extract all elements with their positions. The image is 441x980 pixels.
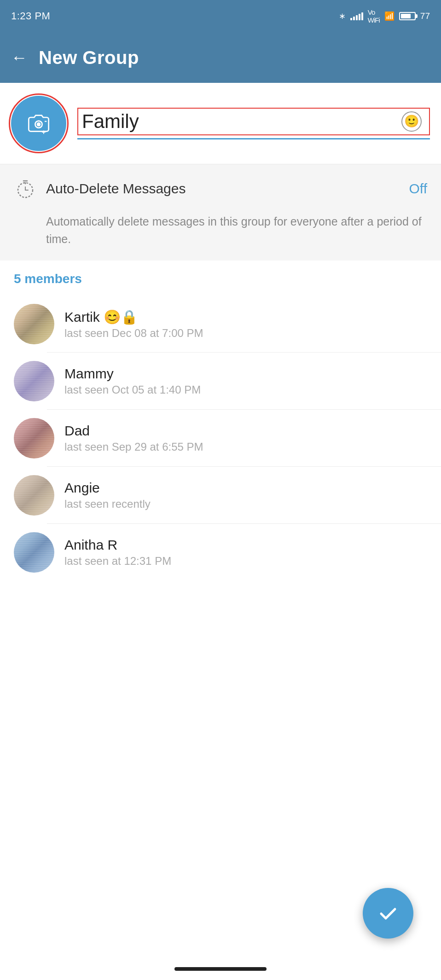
member-avatar-anitha xyxy=(14,532,54,573)
auto-delete-label: Auto-Delete Messages xyxy=(46,181,400,197)
status-icons: ∗ VoWiFi 📶 77 xyxy=(339,8,430,24)
group-avatar[interactable]: + xyxy=(11,96,66,151)
list-item[interactable]: Dad last seen Sep 29 at 6:55 PM xyxy=(0,410,441,467)
member-name: Anitha R xyxy=(64,537,427,553)
vo-wifi-icon: VoWiFi xyxy=(368,8,380,24)
member-info: Anitha R last seen at 12:31 PM xyxy=(64,537,427,568)
back-button[interactable]: ← xyxy=(11,49,28,66)
bottom-nav-bar xyxy=(174,967,267,971)
name-underline xyxy=(77,138,430,139)
svg-point-1 xyxy=(37,122,41,127)
list-item[interactable]: Kartik 😊🔒 last seen Dec 08 at 7:00 PM xyxy=(0,296,441,353)
group-setup-row: + 🙂 xyxy=(0,83,441,164)
member-info: Dad last seen Sep 29 at 6:55 PM xyxy=(64,423,427,453)
auto-delete-row[interactable]: Auto-Delete Messages Off xyxy=(0,164,441,213)
member-status: last seen at 12:31 PM xyxy=(64,555,427,568)
emoji-icon: 🙂 xyxy=(404,114,419,128)
member-name: Angie xyxy=(64,480,427,496)
status-time: 1:23 PM xyxy=(11,10,50,22)
status-bar: 1:23 PM ∗ VoWiFi 📶 77 xyxy=(0,0,441,32)
group-name-area: 🙂 xyxy=(77,108,430,135)
list-item[interactable]: Anitha R last seen at 12:31 PM xyxy=(0,524,441,581)
signal-icon xyxy=(350,12,363,20)
member-status: last seen recently xyxy=(64,498,427,510)
battery-icon xyxy=(399,12,416,20)
checkmark-icon xyxy=(377,902,400,925)
member-name: Mammy xyxy=(64,366,427,382)
group-name-section: 🙂 xyxy=(77,108,430,139)
camera-icon: + xyxy=(27,111,51,135)
list-item[interactable]: Mammy last seen Oct 05 at 1:40 PM xyxy=(0,353,441,410)
bluetooth-icon: ∗ xyxy=(339,11,346,21)
group-avatar-wrapper[interactable]: + xyxy=(11,96,66,151)
member-avatar-angie xyxy=(14,475,54,516)
toolbar: ← New Group xyxy=(0,32,441,83)
confirm-fab[interactable] xyxy=(363,888,413,939)
member-name: Dad xyxy=(64,423,427,439)
auto-delete-section: Auto-Delete Messages Off Automatically d… xyxy=(0,164,441,261)
auto-delete-description: Automatically delete messages in this gr… xyxy=(0,213,441,261)
members-count: 5 members xyxy=(0,272,441,296)
timer-icon xyxy=(14,177,37,200)
emoji-button[interactable]: 🙂 xyxy=(401,111,422,132)
battery-percent: 77 xyxy=(420,11,430,21)
member-info: Kartik 😊🔒 last seen Dec 08 at 7:00 PM xyxy=(64,309,427,340)
member-status: last seen Sep 29 at 6:55 PM xyxy=(64,441,427,453)
member-avatar-kartik xyxy=(14,304,54,344)
member-status: last seen Oct 05 at 1:40 PM xyxy=(64,383,427,396)
group-name-input[interactable] xyxy=(82,110,401,133)
member-name: Kartik 😊🔒 xyxy=(64,309,427,325)
page-title: New Group xyxy=(39,47,139,68)
svg-text:+: + xyxy=(42,128,46,135)
member-info: Mammy last seen Oct 05 at 1:40 PM xyxy=(64,366,427,396)
member-avatar-dad xyxy=(14,418,54,458)
wifi-icon: 📶 xyxy=(384,11,395,21)
member-avatar-mammy xyxy=(14,361,54,401)
list-item[interactable]: Angie last seen recently xyxy=(0,467,441,524)
members-section: 5 members Kartik 😊🔒 last seen Dec 08 at … xyxy=(0,261,441,581)
member-info: Angie last seen recently xyxy=(64,480,427,510)
member-status: last seen Dec 08 at 7:00 PM xyxy=(64,327,427,340)
auto-delete-value[interactable]: Off xyxy=(409,181,427,197)
